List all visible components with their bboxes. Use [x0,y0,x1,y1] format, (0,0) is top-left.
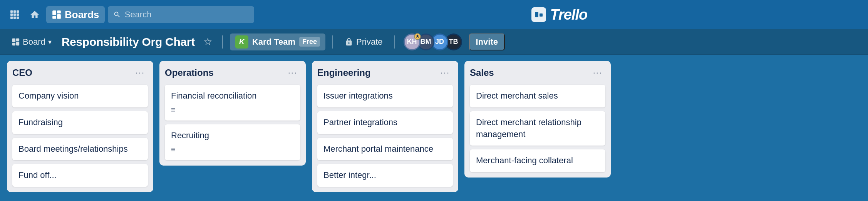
team-icon: K [235,35,248,49]
svg-rect-13 [12,38,15,42]
avatar-bm-initials: BM [421,38,431,46]
list-engineering: Engineering ··· Issuer integrationsPartn… [312,61,458,192]
card-item[interactable]: Direct merchant sales [470,85,605,107]
top-nav: Boards Trello [0,0,868,29]
card-text: Recruiting [171,131,209,140]
list-ceo: CEO ··· Company visionFundraisingBoard m… [7,61,153,192]
card-item[interactable]: Partner integrations [317,111,453,134]
card-item[interactable]: Company vision [12,85,148,107]
svg-rect-16 [16,42,19,45]
divider-2 [332,35,333,49]
card-item[interactable]: Fund off... [12,164,148,187]
svg-rect-1 [13,10,16,13]
card-item[interactable]: Financial reconciliation≡ [165,85,300,121]
search-bar[interactable] [108,6,254,23]
private-button[interactable]: Private [340,34,387,50]
list-menu-button-sales[interactable]: ··· [590,66,605,79]
board-content: CEO ··· Company visionFundraisingBoard m… [0,55,868,201]
divider-3 [394,35,395,49]
team-avatars: KH ★ BM JD TB [404,34,462,50]
svg-rect-5 [17,13,19,16]
card-text: Issuer integrations [323,91,393,100]
description-icon: ≡ [171,104,294,115]
list-title-sales: Sales [470,67,494,78]
search-input[interactable] [125,10,249,20]
card-item[interactable]: Issuer integrations [317,85,453,107]
list-header-ceo: CEO ··· [12,66,148,79]
apps-button[interactable] [6,6,23,23]
description-icon: ≡ [171,144,294,155]
list-menu-button-ceo[interactable]: ··· [132,66,148,79]
list-header-sales: Sales ··· [470,66,605,79]
card-text: Direct merchant relationship management [476,117,581,139]
free-badge: Free [299,37,320,47]
avatar-star-badge: ★ [414,33,421,40]
board-title: Responsibility Org Chart [62,35,195,49]
svg-rect-12 [57,14,61,19]
card-text: Board meetings/relationships [18,144,128,154]
card-text: Fund off... [18,170,57,180]
card-item[interactable]: Merchant-facing collateral [470,149,605,172]
card-text: Fundraising [18,117,63,127]
divider [222,35,223,49]
avatar-kh[interactable]: KH ★ [404,34,421,50]
card-item[interactable]: Direct merchant relationship management [470,111,605,146]
card-text: Direct merchant sales [476,91,558,100]
list-header-operations: Operations ··· [165,66,300,79]
private-label: Private [356,37,382,47]
card-item[interactable]: Recruiting≡ [165,124,300,160]
star-button[interactable]: ☆ [200,34,215,50]
svg-rect-2 [17,10,19,13]
list-title-operations: Operations [165,67,214,78]
team-button[interactable]: K Kard Team Free [230,34,325,50]
invite-button[interactable]: Invite [469,34,505,50]
card-item[interactable]: Better integr... [317,164,453,187]
chevron-down-icon: ▾ [48,38,52,46]
svg-rect-6 [10,17,13,19]
list-header-engineering: Engineering ··· [317,66,453,79]
card-text: Better integr... [323,170,376,180]
list-operations: Operations ··· Financial reconciliation≡… [159,61,306,166]
avatar-tb-initials: TB [449,38,458,46]
team-name: Kard Team [252,37,295,47]
svg-rect-9 [52,10,56,15]
board-view-button[interactable]: Board ▾ [7,34,56,50]
list-title-ceo: CEO [12,67,32,78]
avatar-jd-initials: JD [435,38,444,46]
board-bar: Board ▾ Responsibility Org Chart ☆ K Kar… [0,29,868,55]
boards-label: Boards [65,9,99,21]
svg-rect-15 [12,43,15,45]
svg-rect-4 [13,13,16,16]
list-menu-button-operations[interactable]: ··· [285,66,300,79]
card-text: Merchant-facing collateral [476,156,573,165]
svg-rect-11 [52,16,56,19]
trello-wordmark: Trello [550,7,587,23]
card-item[interactable]: Board meetings/relationships [12,138,148,161]
trello-logo: Trello [531,7,587,23]
card-item[interactable]: Fundraising [12,111,148,134]
svg-rect-14 [16,38,19,40]
svg-rect-3 [10,13,13,16]
card-text: Financial reconciliation [171,91,257,100]
svg-rect-7 [13,17,16,19]
list-sales: Sales ··· Direct merchant salesDirect me… [464,61,611,178]
board-view-label: Board [23,37,45,47]
svg-rect-8 [17,17,19,19]
card-text: Partner integrations [323,117,397,127]
card-text: Company vision [18,91,79,100]
invite-label: Invite [476,37,498,47]
list-title-engineering: Engineering [317,67,371,78]
home-button[interactable] [26,6,43,23]
card-text: Merchant portal maintenance [323,144,433,154]
list-menu-button-engineering[interactable]: ··· [437,66,453,79]
card-item[interactable]: Merchant portal maintenance [317,138,453,161]
svg-rect-10 [57,10,61,13]
svg-rect-0 [10,10,13,13]
boards-nav-button[interactable]: Boards [46,6,105,23]
